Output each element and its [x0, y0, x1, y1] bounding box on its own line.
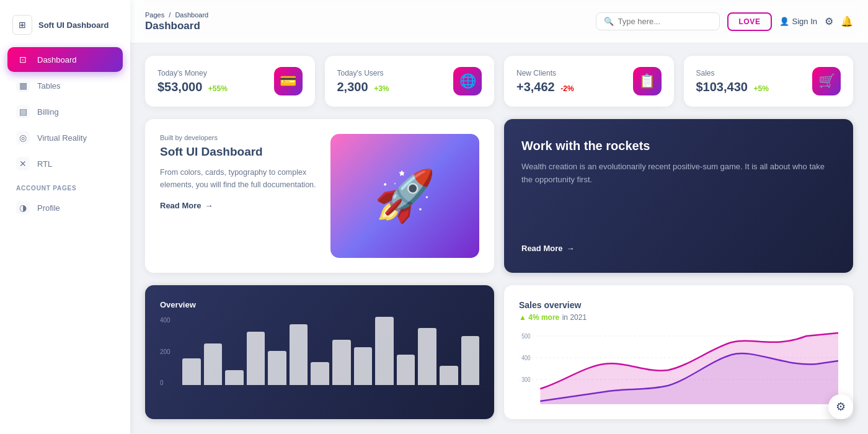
sidebar-item-profile[interactable]: ◑ Profile: [7, 195, 123, 220]
sidebar-item-virtual-reality[interactable]: ◎ Virtual Reality: [7, 125, 123, 150]
stat-icon-money: 💳: [274, 67, 303, 95]
search-box[interactable]: 🔍: [596, 12, 720, 30]
sidebar-item-label: Tables: [37, 81, 61, 91]
stat-card-sales: Sales $103,430 +5% 🛒: [684, 56, 854, 107]
sign-in-button[interactable]: 👤 Sign In: [779, 17, 817, 26]
bar: [375, 317, 394, 385]
line-chart: 500 400 300: [519, 330, 838, 404]
stat-label: Sales: [696, 69, 769, 78]
bar: [311, 362, 329, 385]
promo-card: Built by developers Soft UI Dashboard Fr…: [145, 119, 494, 273]
sidebar-item-dashboard[interactable]: ⊡ Dashboard: [7, 47, 123, 72]
stat-icon-users: 🌐: [453, 67, 482, 95]
main-content: Pages / Dashboard Dashboard 🔍 LOVE 👤 Sig…: [130, 0, 868, 434]
sidebar-item-label: Virtual Reality: [37, 133, 87, 143]
bar-chart-card: Overview 400 200 0: [145, 285, 494, 419]
rtl-icon: ✕: [16, 157, 30, 170]
love-button[interactable]: LOVE: [727, 12, 771, 31]
sidebar-item-label: Dashboard: [37, 55, 77, 64]
bar: [397, 355, 415, 385]
bar: [332, 340, 351, 385]
y-label-200: 200: [160, 348, 170, 355]
bar: [354, 347, 373, 385]
stat-change: -2%: [560, 84, 574, 93]
bar: [204, 343, 223, 385]
sales-overview-title: Sales overview: [519, 300, 838, 310]
stat-card-users: Today's Users 2,300 +3% 🌐: [325, 56, 495, 107]
bar-chart-bars: [182, 317, 479, 385]
stat-card-money: Today's Money $53,000 +55% 💳: [145, 56, 315, 107]
search-input[interactable]: [618, 17, 712, 26]
bar: [247, 332, 265, 385]
brand: ⊞ Soft UI Dashboard: [7, 10, 123, 47]
dark-promo-title: Work with the rockets: [521, 139, 836, 153]
bar: [461, 336, 480, 385]
header-right: 🔍 LOVE 👤 Sign In ⚙ 🔔: [596, 12, 853, 31]
sales-change: ▲ 4% more: [519, 313, 559, 322]
settings-fab-icon: ⚙: [836, 400, 846, 414]
y-label-0: 0: [160, 379, 170, 386]
stat-icon-clients: 📋: [633, 67, 662, 95]
stat-value: $53,000 +55%: [157, 80, 228, 94]
dark-read-more-button[interactable]: Read More →: [521, 244, 836, 253]
sidebar-item-tables[interactable]: ▦ Tables: [7, 73, 123, 98]
stat-label: Today's Money: [157, 69, 228, 78]
stat-change: +55%: [208, 84, 228, 93]
promo-subtitle: Built by developers: [160, 134, 321, 141]
dark-promo-desc: Wealth creation is an evolutionarily rec…: [521, 161, 836, 187]
promo-title: Soft UI Dashboard: [160, 145, 321, 159]
arrow-right-icon: →: [205, 201, 213, 210]
stat-change: +5%: [753, 84, 768, 93]
billing-icon: ▤: [16, 105, 30, 118]
dashboard-icon: ⊡: [16, 53, 30, 66]
bar: [290, 324, 308, 385]
rocket-visual: 🚀: [330, 134, 479, 258]
svg-text:300: 300: [521, 376, 530, 383]
dark-promo-card: Work with the rockets Wealth creation is…: [504, 119, 853, 273]
sales-overview-card: Sales overview ▲ 4% more in 2021 500 400: [504, 285, 853, 419]
sidebar-item-billing[interactable]: ▤ Billing: [7, 99, 123, 124]
sidebar-item-rtl[interactable]: ✕ RTL: [7, 151, 123, 176]
brand-icon: ⊞: [12, 15, 32, 35]
vr-icon: ◎: [16, 131, 30, 144]
stat-value: $103,430 +5%: [696, 80, 769, 94]
sidebar-item-label: RTL: [37, 159, 52, 169]
sidebar-nav: ⊡ Dashboard ▦ Tables ▤ Billing ◎ Virtual…: [7, 47, 123, 424]
content-area: Today's Money $53,000 +55% 💳 Today's Use…: [130, 43, 868, 434]
stat-change: +3%: [374, 84, 389, 93]
sidebar-item-label: Profile: [37, 203, 60, 213]
arrow-right-icon: →: [566, 244, 574, 253]
account-section-label: ACCOUNT PAGES: [7, 177, 123, 194]
y-label-400: 400: [160, 317, 170, 324]
bar: [418, 328, 436, 385]
bar: [440, 366, 458, 385]
profile-icon: ◑: [16, 201, 30, 215]
notifications-button[interactable]: 🔔: [841, 16, 853, 27]
promo-desc: From colors, cards, typography to comple…: [160, 166, 321, 191]
settings-header-button[interactable]: ⚙: [825, 16, 833, 27]
stat-value: +3,462 -2%: [516, 80, 574, 94]
breadcrumb: Pages / Dashboard: [145, 11, 208, 19]
header-left: Pages / Dashboard Dashboard: [145, 11, 208, 32]
stat-label: Today's Users: [337, 69, 389, 78]
user-icon: 👤: [779, 17, 789, 26]
sidebar-item-label: Billing: [37, 107, 59, 117]
svg-text:400: 400: [521, 355, 530, 361]
stat-label: New Clients: [516, 69, 574, 78]
sidebar: ⊞ Soft UI Dashboard ⊡ Dashboard ▦ Tables…: [0, 0, 130, 434]
search-icon: 🔍: [604, 17, 614, 26]
page-title: Dashboard: [145, 20, 208, 32]
stat-card-clients: New Clients +3,462 -2% 📋: [504, 56, 674, 107]
header: Pages / Dashboard Dashboard 🔍 LOVE 👤 Sig…: [130, 0, 868, 43]
bar: [225, 370, 244, 385]
stats-row: Today's Money $53,000 +55% 💳 Today's Use…: [145, 56, 853, 107]
brand-name: Soft UI Dashboard: [38, 20, 108, 30]
settings-fab-button[interactable]: ⚙: [828, 394, 853, 419]
bottom-row: Overview 400 200 0 Sales overview: [145, 285, 853, 419]
stat-icon-sales: 🛒: [812, 67, 841, 95]
bar: [182, 358, 201, 385]
stat-value: 2,300 +3%: [337, 80, 389, 94]
promo-read-more-button[interactable]: Read More →: [160, 201, 213, 210]
svg-text:500: 500: [521, 333, 530, 340]
middle-row: Built by developers Soft UI Dashboard Fr…: [145, 119, 853, 273]
